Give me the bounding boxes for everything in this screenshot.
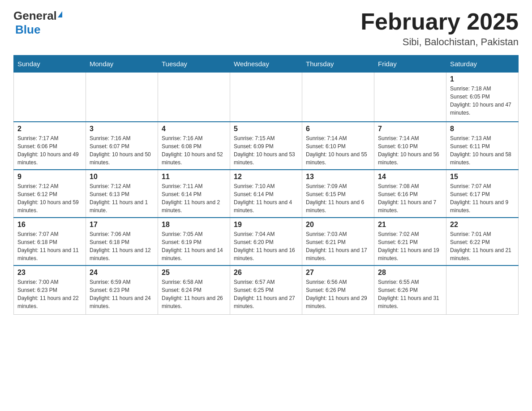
calendar-cell: 5Sunrise: 7:15 AMSunset: 6:09 PMDaylight… (230, 122, 302, 170)
calendar-cell: 8Sunrise: 7:13 AMSunset: 6:11 PMDaylight… (446, 122, 519, 170)
calendar-cell: 19Sunrise: 7:04 AMSunset: 6:20 PMDayligh… (230, 218, 302, 265)
calendar-cell: 6Sunrise: 7:14 AMSunset: 6:10 PMDaylight… (302, 122, 374, 170)
day-number: 20 (306, 221, 370, 229)
calendar-cell: 14Sunrise: 7:08 AMSunset: 6:16 PMDayligh… (374, 170, 446, 218)
day-info: Sunrise: 7:00 AMSunset: 6:23 PMDaylight:… (17, 278, 82, 310)
day-number: 23 (17, 269, 82, 277)
calendar-cell: 23Sunrise: 7:00 AMSunset: 6:23 PMDayligh… (14, 265, 86, 315)
calendar-cell: 2Sunrise: 7:17 AMSunset: 6:06 PMDaylight… (14, 122, 86, 170)
header-friday: Friday (374, 56, 446, 73)
header-monday: Monday (86, 56, 158, 73)
header-sunday: Sunday (14, 56, 86, 73)
day-number: 12 (234, 173, 298, 181)
calendar-cell (158, 73, 230, 122)
calendar-cell: 20Sunrise: 7:03 AMSunset: 6:21 PMDayligh… (302, 218, 374, 265)
day-number: 19 (234, 221, 298, 229)
logo-blue: Blue (15, 23, 40, 36)
day-number: 24 (90, 269, 154, 277)
calendar-cell: 4Sunrise: 7:16 AMSunset: 6:08 PMDaylight… (158, 122, 230, 170)
day-number: 11 (162, 173, 226, 181)
calendar-row-0: 1Sunrise: 7:18 AMSunset: 6:05 PMDaylight… (14, 73, 519, 122)
calendar-cell (86, 73, 158, 122)
day-number: 4 (162, 125, 226, 133)
day-info: Sunrise: 7:12 AMSunset: 6:12 PMDaylight:… (17, 182, 82, 214)
day-number: 27 (306, 269, 370, 277)
day-info: Sunrise: 7:02 AMSunset: 6:21 PMDaylight:… (378, 230, 442, 262)
calendar-cell (302, 73, 374, 122)
calendar-cell: 9Sunrise: 7:12 AMSunset: 6:12 PMDaylight… (14, 170, 86, 218)
day-number: 25 (162, 269, 226, 277)
header-wednesday: Wednesday (230, 56, 302, 73)
day-info: Sunrise: 6:59 AMSunset: 6:23 PMDaylight:… (90, 278, 154, 310)
header-thursday: Thursday (302, 56, 374, 73)
day-info: Sunrise: 7:11 AMSunset: 6:14 PMDaylight:… (162, 182, 226, 214)
day-info: Sunrise: 7:16 AMSunset: 6:07 PMDaylight:… (90, 134, 154, 167)
day-number: 13 (306, 173, 370, 181)
calendar-cell: 28Sunrise: 6:55 AMSunset: 6:26 PMDayligh… (374, 265, 446, 315)
day-info: Sunrise: 7:12 AMSunset: 6:13 PMDaylight:… (90, 182, 154, 214)
calendar-row-3: 16Sunrise: 7:07 AMSunset: 6:18 PMDayligh… (14, 218, 519, 265)
calendar-cell: 15Sunrise: 7:07 AMSunset: 6:17 PMDayligh… (446, 170, 519, 218)
day-info: Sunrise: 7:16 AMSunset: 6:08 PMDaylight:… (162, 134, 226, 167)
header-saturday: Saturday (446, 56, 519, 73)
day-info: Sunrise: 7:06 AMSunset: 6:18 PMDaylight:… (90, 230, 154, 262)
day-number: 5 (234, 125, 298, 133)
day-info: Sunrise: 6:57 AMSunset: 6:25 PMDaylight:… (234, 278, 298, 310)
logo-triangle-icon (58, 11, 62, 17)
month-title: February 2025 (360, 9, 519, 34)
day-info: Sunrise: 7:05 AMSunset: 6:19 PMDaylight:… (162, 230, 226, 262)
header-tuesday: Tuesday (158, 56, 230, 73)
page: General Blue February 2025 Sibi, Balochi… (0, 0, 532, 324)
day-number: 15 (450, 173, 515, 181)
logo-general: General (13, 9, 57, 23)
day-info: Sunrise: 7:07 AMSunset: 6:18 PMDaylight:… (17, 230, 82, 262)
calendar-header-row: Sunday Monday Tuesday Wednesday Thursday… (14, 56, 519, 73)
day-number: 14 (378, 173, 442, 181)
day-info: Sunrise: 6:56 AMSunset: 6:26 PMDaylight:… (306, 278, 370, 310)
logo: General Blue (13, 9, 62, 37)
calendar-cell: 21Sunrise: 7:02 AMSunset: 6:21 PMDayligh… (374, 218, 446, 265)
day-number: 2 (17, 125, 82, 133)
calendar-cell: 10Sunrise: 7:12 AMSunset: 6:13 PMDayligh… (86, 170, 158, 218)
day-number: 9 (17, 173, 82, 181)
day-info: Sunrise: 7:18 AMSunset: 6:05 PMDaylight:… (450, 85, 515, 117)
calendar-cell: 16Sunrise: 7:07 AMSunset: 6:18 PMDayligh… (14, 218, 86, 265)
day-info: Sunrise: 7:15 AMSunset: 6:09 PMDaylight:… (234, 134, 298, 167)
calendar-row-2: 9Sunrise: 7:12 AMSunset: 6:12 PMDaylight… (14, 170, 519, 218)
day-info: Sunrise: 7:03 AMSunset: 6:21 PMDaylight:… (306, 230, 370, 262)
day-info: Sunrise: 7:07 AMSunset: 6:17 PMDaylight:… (450, 182, 515, 214)
day-number: 8 (450, 125, 515, 133)
calendar: Sunday Monday Tuesday Wednesday Thursday… (13, 55, 519, 315)
calendar-cell: 24Sunrise: 6:59 AMSunset: 6:23 PMDayligh… (86, 265, 158, 315)
day-info: Sunrise: 7:04 AMSunset: 6:20 PMDaylight:… (234, 230, 298, 262)
calendar-cell: 7Sunrise: 7:14 AMSunset: 6:10 PMDaylight… (374, 122, 446, 170)
day-number: 28 (378, 269, 442, 277)
calendar-row-1: 2Sunrise: 7:17 AMSunset: 6:06 PMDaylight… (14, 122, 519, 170)
calendar-cell: 25Sunrise: 6:58 AMSunset: 6:24 PMDayligh… (158, 265, 230, 315)
day-number: 22 (450, 221, 515, 229)
day-number: 21 (378, 221, 442, 229)
calendar-cell: 18Sunrise: 7:05 AMSunset: 6:19 PMDayligh… (158, 218, 230, 265)
day-number: 10 (90, 173, 154, 181)
calendar-cell: 26Sunrise: 6:57 AMSunset: 6:25 PMDayligh… (230, 265, 302, 315)
day-number: 6 (306, 125, 370, 133)
day-info: Sunrise: 6:58 AMSunset: 6:24 PMDaylight:… (162, 278, 226, 310)
day-number: 1 (450, 75, 515, 83)
calendar-cell: 1Sunrise: 7:18 AMSunset: 6:05 PMDaylight… (446, 73, 519, 122)
day-info: Sunrise: 7:13 AMSunset: 6:11 PMDaylight:… (450, 134, 515, 167)
day-info: Sunrise: 6:55 AMSunset: 6:26 PMDaylight:… (378, 278, 442, 310)
day-number: 18 (162, 221, 226, 229)
day-number: 16 (17, 221, 82, 229)
day-number: 3 (90, 125, 154, 133)
day-number: 7 (378, 125, 442, 133)
day-info: Sunrise: 7:14 AMSunset: 6:10 PMDaylight:… (306, 134, 370, 167)
calendar-cell: 3Sunrise: 7:16 AMSunset: 6:07 PMDaylight… (86, 122, 158, 170)
day-info: Sunrise: 7:10 AMSunset: 6:14 PMDaylight:… (234, 182, 298, 214)
day-info: Sunrise: 7:17 AMSunset: 6:06 PMDaylight:… (17, 134, 82, 167)
calendar-cell (230, 73, 302, 122)
calendar-cell (446, 265, 519, 315)
title-section: February 2025 Sibi, Balochistan, Pakista… (360, 9, 519, 48)
calendar-row-4: 23Sunrise: 7:00 AMSunset: 6:23 PMDayligh… (14, 265, 519, 315)
calendar-cell (374, 73, 446, 122)
day-number: 26 (234, 269, 298, 277)
